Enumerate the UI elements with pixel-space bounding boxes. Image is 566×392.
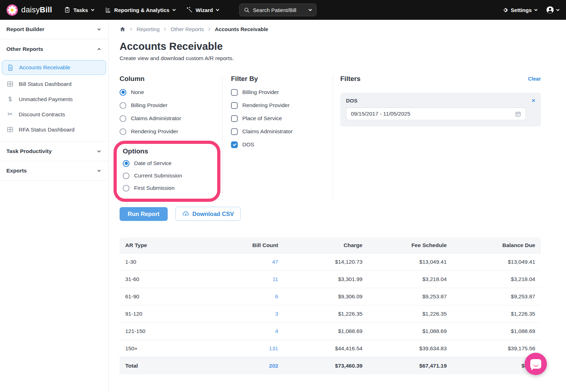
sidebar-section-label: Other Reports (6, 46, 43, 52)
cell-ar-type: 31-60 (120, 270, 221, 288)
checkbox-checked-icon (231, 141, 238, 148)
close-icon[interactable]: × (532, 98, 535, 103)
user-avatar-icon (546, 6, 554, 14)
sidebar-item-discount-contracts[interactable]: ✂ Discount Contracts (0, 107, 108, 122)
sidebar: Report Builder Other Reports Accounts Re… (0, 20, 109, 392)
radio-first-submission[interactable]: First Submission (123, 184, 211, 192)
nav-tasks-label: Tasks (73, 7, 88, 13)
brand-logo[interactable]: daisyBill (6, 4, 52, 16)
cell-bill-count-link[interactable]: 11 (221, 270, 284, 288)
dos-filter-label: DOS (346, 98, 358, 104)
checkbox-claims-administrator[interactable]: Claims Administrator (231, 128, 333, 135)
header-fee-schedule: Fee Schedule (368, 238, 452, 253)
checkbox-label: DOS (242, 141, 254, 148)
cell-balance-due: $9,253.87 (452, 288, 541, 305)
dos-date-range-value: 09/15/2017 - 11/05/2025 (351, 111, 410, 117)
sidebar-item-accounts-receivable[interactable]: Accounts Receivable (2, 60, 106, 75)
run-report-button[interactable]: Run Report (120, 207, 168, 221)
chevron-down-icon (556, 8, 560, 12)
checkbox-label: Place of Service (242, 115, 282, 122)
chevron-right-icon (163, 28, 167, 31)
cell-bill-count-link[interactable]: 6 (221, 288, 284, 305)
cell-ar-type: 150+ (120, 340, 221, 357)
cell-bill-count-link[interactable]: 131 (221, 340, 284, 357)
daisy-logo-icon (6, 4, 18, 16)
breadcrumb-reporting[interactable]: Reporting (137, 26, 160, 32)
cell-fee-schedule: $3,218.04 (368, 270, 452, 288)
sidebar-section-exports[interactable]: Exports (0, 161, 108, 181)
checkbox-icon (231, 89, 238, 96)
nav-wizard[interactable]: Wizard (186, 7, 219, 13)
cell-balance-due: $1,088.69 (452, 322, 541, 340)
column-section: Column None Billing Provider Claims Admi… (120, 75, 222, 202)
checkbox-billing-provider[interactable]: Billing Provider (231, 88, 333, 96)
cell-balance-due: $1,226.35 (452, 305, 541, 322)
radio-date-of-service[interactable]: Date of Service (123, 159, 211, 167)
breadcrumb-other-reports[interactable]: Other Reports (171, 26, 204, 32)
chat-launcher-button[interactable] (525, 353, 547, 375)
table-row: 91-120 3 $1,226.35 $1,226.35 $1,226.35 (120, 305, 541, 322)
cell-fee-schedule: $1,226.35 (368, 305, 452, 322)
chevron-right-icon (129, 28, 133, 31)
radio-current-submission[interactable]: Current Submission (123, 172, 211, 180)
radio-billing-provider[interactable]: Billing Provider (120, 101, 222, 109)
chevron-down-icon (308, 8, 312, 12)
radio-label: Date of Service (134, 160, 172, 166)
table-row: 61-90 6 $9,306.09 $9,253.87 $9,253.87 (120, 288, 541, 305)
chevron-down-icon (216, 8, 219, 12)
checkbox-dos[interactable]: DOS (231, 141, 333, 148)
radio-none[interactable]: None (120, 88, 222, 96)
dos-date-range-input[interactable]: 09/15/2017 - 11/05/2025 (346, 107, 526, 120)
home-icon[interactable] (120, 26, 126, 32)
sidebar-item-label: Bill Status Dashboard (19, 81, 71, 87)
nav-tasks[interactable]: Tasks (64, 7, 94, 13)
cell-total-label: Total (120, 357, 221, 374)
sidebar-item-bill-status-dashboard[interactable]: Bill Status Dashboard (0, 76, 108, 92)
chat-icon (530, 359, 541, 369)
cell-bill-count-link[interactable]: 3 (221, 305, 284, 322)
cell-total-bill-count-link[interactable]: 202 (221, 357, 284, 374)
cell-fee-schedule: $9,253.87 (368, 288, 452, 305)
cell-balance-due: $13,049.41 (452, 253, 541, 270)
sidebar-section-other-reports[interactable]: Other Reports (0, 39, 108, 59)
column-section-title: Column (120, 75, 222, 83)
table-row: 1-30 47 $14,120.73 $13,049.41 $13,049.41 (120, 253, 541, 270)
checkbox-label: Rendering Provider (242, 102, 290, 109)
checkbox-rendering-provider[interactable]: Rendering Provider (231, 101, 333, 109)
sidebar-section-report-builder[interactable]: Report Builder (0, 20, 108, 39)
table-row: 121-150 4 $1,088.69 $1,088.69 $1,088.69 (120, 322, 541, 340)
radio-label: None (131, 89, 144, 95)
radio-rendering-provider[interactable]: Rendering Provider (120, 128, 222, 135)
download-csv-button[interactable]: Download CSV (175, 207, 241, 221)
chevron-down-icon (97, 149, 101, 153)
nav-settings[interactable]: Settings (502, 7, 538, 13)
cloud-download-icon (182, 210, 189, 217)
clear-filters-link[interactable]: Clear (528, 76, 541, 82)
sidebar-item-rfa-status-dashboard[interactable]: RFA Status Dashboard (0, 122, 108, 137)
user-menu[interactable] (546, 6, 560, 14)
radio-icon (123, 172, 129, 179)
cell-ar-type: 91-120 (120, 305, 221, 322)
checkbox-place-of-service[interactable]: Place of Service (231, 115, 333, 122)
sidebar-item-unmatched-payments[interactable]: Unmatched Payments (0, 92, 108, 107)
document-icon (7, 64, 14, 71)
filters-title: Filters (340, 75, 360, 83)
dos-filter-panel: DOS × 09/15/2017 - 11/05/2025 (340, 93, 541, 127)
sidebar-section-task-productivity[interactable]: Task Productivity (0, 142, 108, 161)
search-input[interactable]: Search Patient/Bill (239, 4, 317, 16)
chevron-down-icon (97, 27, 101, 31)
cell-bill-count-link[interactable]: 47 (221, 253, 284, 270)
search-placeholder: Search Patient/Bill (253, 7, 305, 13)
table-total-row: Total 202 $73,460.39 $67,471.19 $67,0 (120, 357, 541, 374)
nav-reporting-analytics[interactable]: Reporting & Analytics (105, 7, 176, 13)
chevron-down-icon (534, 8, 538, 12)
radio-claims-administrator[interactable]: Claims Administrator (120, 115, 222, 122)
sidebar-section-label: Report Builder (6, 26, 45, 33)
breadcrumb-current: Accounts Receivable (215, 26, 268, 32)
cell-charge: $44,416.54 (284, 340, 368, 357)
cell-bill-count-link[interactable]: 4 (221, 322, 284, 340)
dollar-icon (7, 96, 13, 103)
options-highlight-annotation: Options Date of Service Current Submissi… (114, 141, 220, 202)
filter-by-title: Filter By (231, 75, 333, 83)
sidebar-item-label: RFA Status Dashboard (19, 127, 75, 133)
